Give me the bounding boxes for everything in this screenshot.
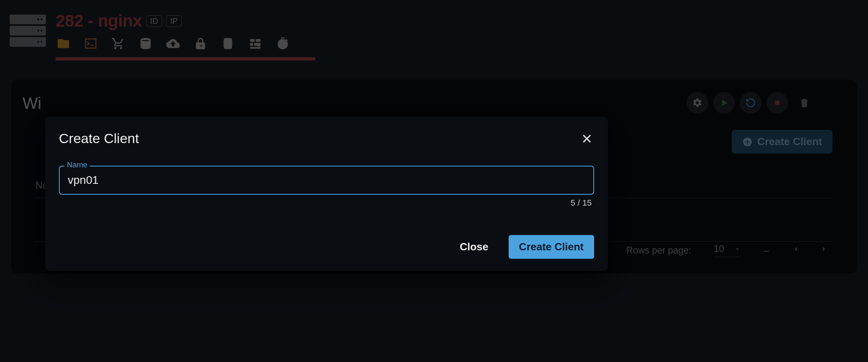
create-client-submit-button[interactable]: Create Client [509,235,594,259]
close-icon [581,133,593,145]
modal-close-button[interactable] [580,131,594,146]
create-client-modal: Create Client Name 5 / 15 Close Create C… [45,117,608,271]
modal-title: Create Client [59,131,139,146]
name-field-label: Name [65,160,90,169]
close-button[interactable]: Close [449,235,499,259]
name-input[interactable] [59,166,594,195]
char-counter: 5 / 15 [59,198,594,208]
